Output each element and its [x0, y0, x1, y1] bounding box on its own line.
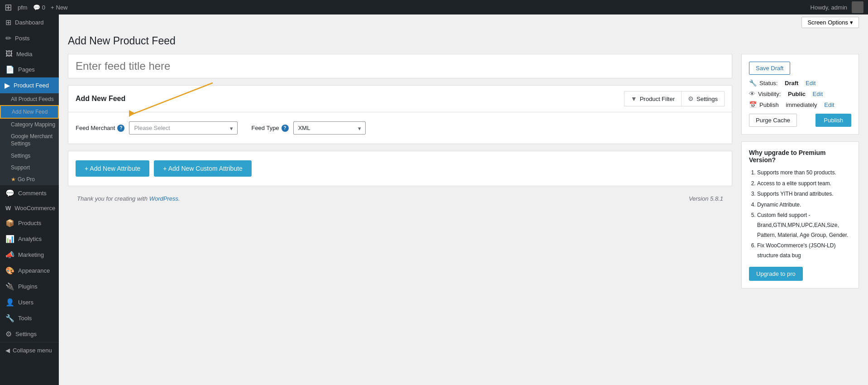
plugins-icon: 🔌 [5, 282, 14, 291]
sidebar-item-analytics[interactable]: 📊 Analytics [0, 231, 59, 247]
publish-edit-link[interactable]: Edit [824, 101, 834, 108]
feed-section-wrapper: Add New Feed ▼ Product Filter ⚙ Settings [68, 85, 732, 144]
feed-type-help-icon[interactable]: ? [281, 125, 289, 132]
sidebar-item-product-feed[interactable]: ▶ Product Feed [0, 77, 59, 93]
new-button[interactable]: + New [51, 4, 68, 11]
save-draft-button[interactable]: Save Draft [749, 62, 790, 75]
feed-merchant-label: Feed Merchant ? [76, 125, 124, 132]
upgrade-to-pro-button[interactable]: Upgrade to pro [749, 267, 803, 281]
sidebar-label-media: Media [16, 51, 32, 58]
feed-merchant-help-icon[interactable]: ? [117, 125, 124, 132]
submenu-settings[interactable]: Settings [0, 150, 59, 162]
screen-options-button[interactable]: Screen Options ▾ [801, 17, 859, 28]
sidebar-label-pages: Pages [18, 66, 35, 73]
submenu-go-pro[interactable]: ★ Go Pro [0, 173, 59, 185]
star-icon: ★ [11, 176, 16, 183]
sidebar-item-media[interactable]: 🖼 Media [0, 46, 59, 62]
submenu-support[interactable]: Support [0, 162, 59, 173]
sidebar-item-woocommerce[interactable]: W WooCommerce [0, 201, 59, 215]
submenu-label-all-feeds: All Product Feeds [11, 96, 54, 102]
media-icon: 🖼 [5, 50, 13, 58]
tools-icon: 🔧 [5, 314, 14, 322]
pages-icon: 📄 [5, 65, 14, 74]
feed-type-select[interactable]: XML CSV TSV JSON [293, 121, 366, 135]
sidebar-item-marketing[interactable]: 📣 Marketing [0, 247, 59, 263]
upgrade-item-2: Access to a elite support team. [757, 179, 851, 189]
publish-button[interactable]: Publish [816, 114, 851, 127]
sidebar-label-tools: Tools [18, 315, 32, 322]
upgrade-list: Supports more than 50 products. Access t… [749, 168, 851, 260]
feed-title-input[interactable] [68, 54, 732, 78]
content-body: Add New Feed ▼ Product Filter ⚙ Settings [59, 54, 868, 298]
sidebar-item-comments[interactable]: 💬 Comments [0, 185, 59, 201]
comments-icon: 💬 [5, 189, 14, 197]
screen-options-arrow: ▾ [850, 19, 853, 26]
collapse-label: Collapse menu [13, 347, 52, 354]
upgrade-item-4: Dynamic Attribute. [757, 200, 851, 210]
main-panel: Add New Feed ▼ Product Filter ⚙ Settings [68, 54, 732, 289]
site-name[interactable]: pfm [18, 4, 28, 11]
gear-icon: ⚙ [688, 95, 694, 102]
filter-icon: ▼ [631, 95, 637, 102]
feed-merchant-select[interactable]: Please Select [129, 121, 238, 135]
sidebar-item-tools[interactable]: 🔧 Tools [0, 310, 59, 326]
top-bar-left: ⊞ pfm 💬 0 + New [5, 2, 68, 13]
products-icon: 📦 [5, 219, 14, 227]
settings-button[interactable]: ⚙ Settings [682, 91, 725, 106]
settings-label: Settings [696, 96, 718, 102]
sidebar-label-products: Products [18, 220, 41, 226]
status-label: Status: [759, 80, 777, 87]
plus-icon: + [51, 4, 54, 11]
add-attribute-label: + Add New Attribute [85, 165, 140, 172]
admin-avatar[interactable] [852, 1, 863, 13]
submenu-label-support: Support [11, 164, 30, 171]
submenu-label-go-pro: Go Pro [18, 176, 35, 183]
sidebar-item-posts[interactable]: ✏ Posts [0, 30, 59, 46]
users-icon: 👤 [5, 298, 14, 307]
sidebar-label-product-feed: Product Feed [14, 82, 49, 89]
product-filter-button[interactable]: ▼ Product Filter [624, 91, 682, 106]
sidebar-item-plugins[interactable]: 🔌 Plugins [0, 279, 59, 294]
status-edit-link[interactable]: Edit [806, 80, 816, 87]
appearance-icon: 🎨 [5, 266, 14, 275]
purge-cache-button[interactable]: Purge Cache [749, 114, 797, 127]
sidebar-label-analytics: Analytics [18, 236, 42, 242]
sidebar-item-pages[interactable]: 📄 Pages [0, 62, 59, 77]
submenu-label-category-mapping: Category Mapping [11, 121, 55, 128]
sidebar-item-users[interactable]: 👤 Users [0, 294, 59, 310]
feed-section: Add New Feed ▼ Product Filter ⚙ Settings [68, 85, 732, 144]
submenu-category-mapping[interactable]: Category Mapping [0, 119, 59, 130]
wp-logo-icon[interactable]: ⊞ [5, 2, 12, 13]
visibility-edit-link[interactable]: Edit [813, 91, 823, 97]
sidebar: ⊞ Dashboard ✏ Posts 🖼 Media 📄 Pages ▶ Pr… [0, 14, 59, 385]
version-text: Version 5.8.1 [689, 195, 723, 202]
add-custom-attribute-label: + Add New Custom Attribute [163, 165, 242, 172]
sidebar-item-dashboard[interactable]: ⊞ Dashboard [0, 14, 59, 30]
submenu-label-add-new-feed: Add New Feed [12, 109, 48, 115]
product-feed-submenu: All Product Feeds Add New Feed Category … [0, 93, 59, 185]
marketing-icon: 📣 [5, 250, 14, 259]
collapse-menu-button[interactable]: ◀ Collapse menu [0, 342, 59, 358]
comments-count[interactable]: 💬 0 [33, 4, 45, 11]
howdy-text: Howdy, admin [811, 4, 847, 11]
visibility-icon: 👁 [749, 90, 755, 97]
screen-options-area: Screen Options ▾ [59, 14, 868, 30]
sidebar-item-settings[interactable]: ⚙ Settings [0, 326, 59, 342]
feed-section-header: Add New Feed ▼ Product Filter ⚙ Settings [68, 86, 732, 112]
dashboard-icon: ⊞ [5, 18, 11, 27]
submenu-all-product-feeds[interactable]: All Product Feeds [0, 93, 59, 105]
feed-section-title: Add New Feed [76, 95, 125, 103]
sidebar-item-products[interactable]: 📦 Products [0, 215, 59, 231]
submenu-add-new-feed[interactable]: Add New Feed [0, 105, 59, 119]
upgrade-item-6: Fix WooCommerce's (JSON-LD) structure da… [757, 241, 851, 260]
wordpress-link[interactable]: WordPress [149, 195, 178, 202]
add-attribute-button[interactable]: + Add New Attribute [76, 160, 149, 177]
sidebar-label-woocommerce: WooCommerce [14, 205, 55, 212]
sidebar-item-appearance[interactable]: 🎨 Appearance [0, 263, 59, 279]
side-buttons: Purge Cache Publish [749, 114, 851, 127]
content-area: Screen Options ▾ Add New Product Feed [59, 14, 868, 385]
feed-header-buttons: ▼ Product Filter ⚙ Settings [624, 91, 725, 106]
feed-merchant-group: Feed Merchant ? Please Select [76, 121, 238, 135]
add-custom-attribute-button[interactable]: + Add New Custom Attribute [154, 160, 251, 177]
submenu-google-merchant[interactable]: Google Merchant Settings [0, 130, 59, 150]
